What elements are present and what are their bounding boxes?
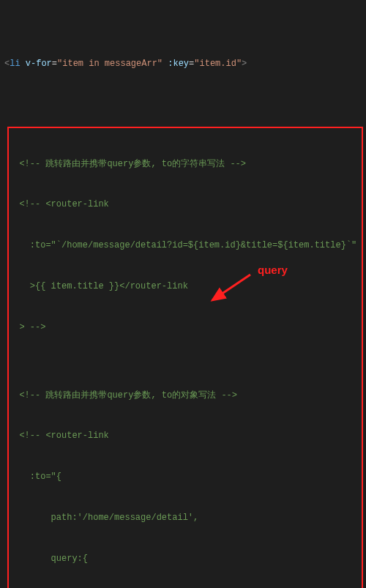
code-line: <!-- <router-link: [9, 198, 362, 212]
code-line: query:{: [9, 552, 362, 566]
code-line: >{{ item.title }}</router-link: [9, 280, 362, 294]
code-line: :to="`/home/message/detail?id=${item.id}…: [9, 239, 362, 253]
code-line: <li v-for="item in messageArr" :key="ite…: [4, 57, 366, 71]
code-block: <li v-for="item in messageArr" :key="ite…: [0, 0, 366, 588]
query-section-box: <!-- 跳转路由并携带query参数, to的字符串写法 --> <!-- <…: [7, 127, 363, 588]
code-line: <!-- 跳转路由并携带query参数, to的字符串写法 -->: [9, 157, 362, 171]
code-line: path:'/home/message/detail',: [9, 511, 362, 525]
code-line: <!-- 跳转路由并携带query参数, to的对象写法 -->: [9, 389, 362, 403]
code-line: > -->: [9, 321, 362, 335]
query-annotation-label: query: [258, 261, 288, 278]
code-line: :to="{: [9, 470, 362, 484]
code-line: <!-- <router-link: [9, 429, 362, 443]
